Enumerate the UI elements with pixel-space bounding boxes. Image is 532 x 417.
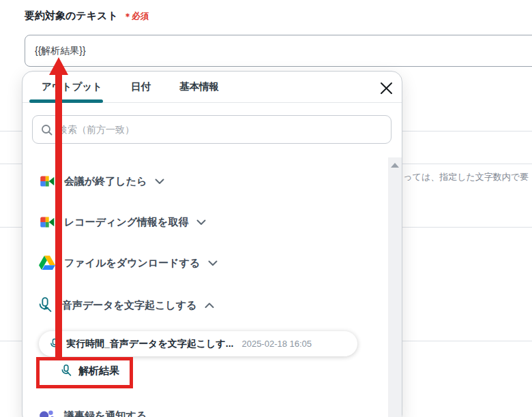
google-drive-icon: [38, 254, 56, 272]
scrollbar-up-icon[interactable]: [391, 163, 399, 168]
summary-target-input[interactable]: [25, 35, 532, 67]
tab-output[interactable]: アウトプット: [42, 80, 102, 93]
popup-scrollbar[interactable]: [388, 157, 402, 417]
list-item-meeting-ended[interactable]: 会議が終了したら: [38, 172, 164, 190]
app-dots-icon: [38, 407, 56, 417]
close-icon: [380, 82, 393, 95]
chevron-down-icon: [196, 219, 206, 226]
active-tab-indicator: [29, 99, 103, 103]
list-item-notify-minutes[interactable]: 議事録を通知する: [38, 407, 147, 417]
microphone-pencil-icon: [48, 338, 61, 350]
microphone-pencil-icon: [36, 296, 54, 314]
list-item-download-file[interactable]: ファイルをダウンロードする: [38, 254, 218, 272]
tab-basic-info[interactable]: 基本情報: [179, 80, 219, 93]
search-input[interactable]: [58, 124, 383, 135]
output-item-analysis-result[interactable]: 解析結果: [59, 364, 119, 377]
list-item-transcribe-audio[interactable]: 音声データを文字起こしする: [36, 296, 214, 314]
list-item-label: レコーディング情報を取得: [64, 216, 188, 229]
list-item-label: 会議が終了したら: [64, 175, 147, 188]
list-item-label: 議事録を通知する: [64, 410, 147, 417]
search-box[interactable]: [32, 115, 391, 144]
search-icon: [41, 124, 53, 136]
microphone-pencil-icon: [59, 364, 73, 377]
required-badge: ＊必須: [123, 12, 149, 21]
field-label-text: 要約対象のテキスト: [25, 10, 118, 21]
tab-date[interactable]: 日付: [131, 80, 151, 93]
list-item-label: 音声データを文字起こしする: [62, 299, 196, 312]
chevron-down-icon: [208, 260, 218, 266]
tab-bar: アウトプット 日付 基本情報: [23, 72, 402, 103]
google-meet-icon: [38, 213, 56, 231]
output-item-label: 実行時間_音声データを文字起こしす...: [66, 338, 233, 350]
variable-picker-popup: アウトプット 日付 基本情報: [22, 71, 402, 417]
list-item-get-recording-info[interactable]: レコーディング情報を取得: [38, 213, 206, 231]
google-meet-icon: [38, 172, 56, 190]
output-item-timestamp: 2025-02-18 16:05: [241, 339, 312, 349]
close-button[interactable]: [378, 80, 394, 96]
output-item-label: 解析結果: [78, 365, 119, 377]
background-hint-text: よっては、指定した文字数内で要: [394, 171, 529, 183]
chevron-down-icon: [155, 179, 164, 185]
list-item-label: ファイルをダウンロードする: [64, 257, 200, 270]
page: 要約対象のテキスト＊必須 よっては、指定した文字数内で要 アウトプット 日付 基…: [0, 0, 532, 417]
chevron-up-icon: [205, 303, 214, 309]
output-item-execution-time[interactable]: 実行時間_音声データを文字起こしす... 2025-02-18 16:05: [39, 331, 357, 356]
field-label: 要約対象のテキスト＊必須: [25, 10, 149, 22]
